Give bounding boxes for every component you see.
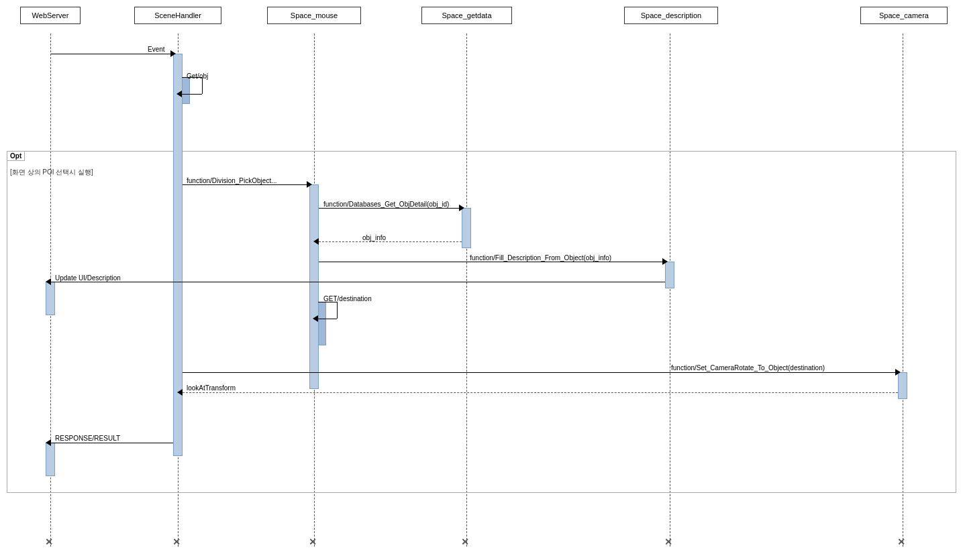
label-response: RESPONSE/RESULT — [55, 435, 120, 442]
arrowhead-fill — [662, 258, 668, 265]
arrow-getdest-back — [318, 319, 337, 319]
activation-space-mouse — [309, 184, 319, 389]
label-lookat: lookAtTransform — [187, 384, 236, 392]
label-getdest: GET/destination — [323, 295, 372, 302]
arrow-response — [51, 443, 173, 443]
arrowhead-event — [170, 50, 176, 57]
lifeline-label-space-camera: Space_camera — [879, 11, 929, 19]
activation-space-camera — [898, 372, 907, 399]
opt-frame — [7, 151, 956, 493]
lifeline-label-space-getdata: Space_getdata — [442, 11, 491, 19]
opt-label: Opt — [7, 151, 25, 161]
lifeline-box-space-description: Space_description — [624, 7, 718, 24]
arrow-division — [183, 184, 309, 185]
arrowhead-response — [46, 439, 51, 446]
lifeline-label-scenehandler: SceneHandler — [154, 11, 201, 19]
activation-scenehandler-main — [173, 54, 183, 456]
activation-space-mouse-self — [318, 302, 326, 345]
x-mark-scenehandler: ✕ — [172, 537, 181, 547]
arrow-lookat — [183, 392, 898, 393]
arrowhead-division — [307, 181, 312, 188]
lifeline-box-webserver: WebServer — [20, 7, 81, 24]
activation-webserver-response — [46, 443, 55, 476]
arrow-databases — [319, 208, 462, 209]
arrowhead-getobj — [176, 91, 182, 97]
label-updateui: Update UI/Description — [55, 274, 121, 282]
diagram-container: WebServer SceneHandler Space_mouse Space… — [0, 0, 963, 560]
activation-space-getdata — [462, 208, 471, 248]
arrow-event — [51, 54, 173, 54]
lifeline-label-space-mouse: Space_mouse — [291, 11, 338, 19]
label-fill: function/Fill_Description_From_Object(ob… — [470, 254, 611, 262]
label-databases: function/Databases_Get_ObjDetail(obj_id) — [323, 201, 449, 208]
arrow-updateui — [51, 282, 665, 282]
x-mark-webserver: ✕ — [45, 537, 53, 547]
arrow-getdest-down — [337, 302, 338, 319]
arrow-objinfo — [319, 241, 462, 242]
arrowhead-camera — [895, 369, 901, 376]
lifeline-label-space-description: Space_description — [641, 11, 702, 19]
x-mark-space-camera: ✕ — [897, 537, 905, 547]
arrowhead-getdest — [313, 315, 318, 322]
lifeline-box-space-getdata: Space_getdata — [421, 7, 512, 24]
label-division: function/Division_PickObject... — [187, 177, 277, 184]
x-mark-space-getdata: ✕ — [461, 537, 469, 547]
activation-scenehandler-self — [182, 77, 190, 104]
x-mark-space-description: ✕ — [664, 537, 672, 547]
arrow-getobj-back — [182, 94, 202, 95]
arrow-camera — [183, 372, 898, 373]
label-getobj: Get/obj — [187, 72, 208, 80]
arrowhead-lookat — [177, 389, 183, 396]
lifeline-box-space-mouse: Space_mouse — [267, 7, 361, 24]
activation-space-description — [665, 262, 674, 288]
label-objinfo: obj_info — [362, 234, 386, 241]
label-event: Event — [148, 46, 165, 53]
lifeline-box-scenehandler: SceneHandler — [134, 7, 221, 24]
opt-condition: [화면 상의 POI 선택시 실행] — [10, 168, 93, 177]
activation-webserver-update — [46, 282, 55, 315]
lifeline-label-webserver: WebServer — [32, 11, 69, 19]
x-mark-space-mouse: ✕ — [309, 537, 317, 547]
arrowhead-databases — [459, 205, 464, 211]
lifeline-box-space-camera: Space_camera — [860, 7, 948, 24]
arrow-fill — [319, 262, 665, 262]
arrowhead-updateui — [46, 278, 51, 285]
label-camera: function/Set_CameraRotate_To_Object(dest… — [671, 364, 825, 372]
arrowhead-objinfo — [313, 238, 319, 245]
